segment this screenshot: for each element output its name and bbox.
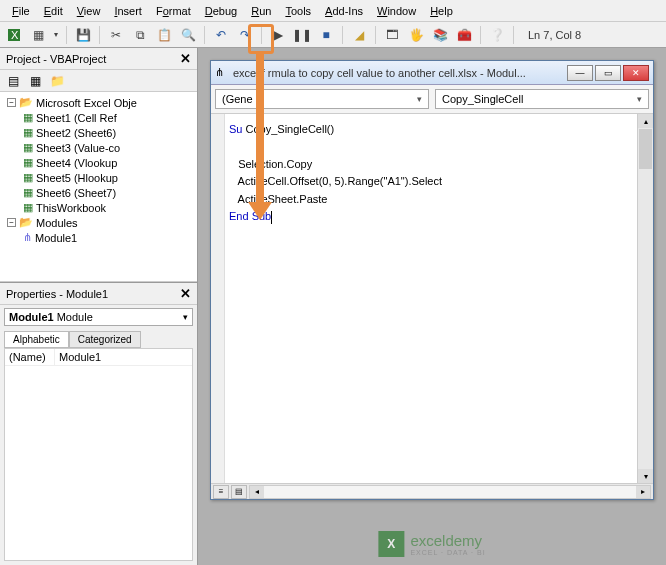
object-browser-icon[interactable]: 📚 xyxy=(430,25,450,45)
procedure-view-icon[interactable]: ≡ xyxy=(213,485,229,499)
insert-module-icon[interactable]: ▦ xyxy=(28,25,48,45)
break-icon[interactable]: ❚❚ xyxy=(292,25,312,45)
tab-alphabetic[interactable]: Alphabetic xyxy=(4,331,69,348)
view-excel-icon[interactable]: X xyxy=(4,25,24,45)
close-icon[interactable]: ✕ xyxy=(180,51,191,66)
svg-text:X: X xyxy=(11,29,19,41)
project-explorer-icon[interactable]: 🗔 xyxy=(382,25,402,45)
toggle-folders-icon[interactable]: 📁 xyxy=(48,72,66,90)
project-pane-title: Project - VBAProject ✕ xyxy=(0,48,197,70)
menu-format[interactable]: Format xyxy=(150,2,197,20)
code-margin xyxy=(211,114,225,483)
undo-icon[interactable]: ↶ xyxy=(211,25,231,45)
scroll-up-icon[interactable]: ▴ xyxy=(638,114,653,128)
cursor-position: Ln 7, Col 8 xyxy=(524,29,585,41)
menu-file[interactable]: File xyxy=(6,2,36,20)
maximize-button[interactable]: ▭ xyxy=(595,65,621,81)
scroll-thumb[interactable] xyxy=(639,129,652,169)
tree-sheet[interactable]: ▦Sheet4 (Vlookup xyxy=(3,155,194,170)
full-module-view-icon[interactable]: ▤ xyxy=(231,485,247,499)
code-window: ⋔ excel f rmula to copy cell value to an… xyxy=(210,60,654,500)
tree-module[interactable]: ⋔Module1 xyxy=(3,230,194,245)
text-cursor xyxy=(271,211,272,224)
redo-icon[interactable]: ↷ xyxy=(235,25,255,45)
menu-view[interactable]: View xyxy=(71,2,107,20)
find-icon[interactable]: 🔍 xyxy=(178,25,198,45)
properties-pane-title: Properties - Module1 ✕ xyxy=(0,282,197,305)
code-window-title: excel f rmula to copy cell value to anot… xyxy=(233,67,563,79)
menu-tools[interactable]: Tools xyxy=(279,2,317,20)
reset-icon[interactable]: ■ xyxy=(316,25,336,45)
code-window-titlebar[interactable]: ⋔ excel f rmula to copy cell value to an… xyxy=(211,61,653,85)
tree-folder-modules[interactable]: −📂Modules xyxy=(3,215,194,230)
watermark: X exceldemy EXCEL · DATA · BI xyxy=(378,531,485,557)
close-button[interactable]: ✕ xyxy=(623,65,649,81)
menu-bar: File Edit View Insert Format Debug Run T… xyxy=(0,0,666,22)
tab-categorized[interactable]: Categorized xyxy=(69,331,141,348)
object-combo[interactable]: (Gene ▾ xyxy=(215,89,429,109)
project-toolbar: ▤ ▦ 📁 xyxy=(0,70,197,92)
tree-sheet[interactable]: ▦Sheet5 (Hlookup xyxy=(3,170,194,185)
chevron-down-icon: ▾ xyxy=(183,312,188,322)
dropdown-icon[interactable]: ▾ xyxy=(52,25,60,45)
scroll-left-icon[interactable]: ◂ xyxy=(250,486,264,498)
menu-addins[interactable]: Add-Ins xyxy=(319,2,369,20)
help-icon[interactable]: ❔ xyxy=(487,25,507,45)
view-code-icon[interactable]: ▤ xyxy=(4,72,22,90)
copy-icon[interactable]: ⧉ xyxy=(130,25,150,45)
vertical-scrollbar[interactable]: ▴ ▾ xyxy=(637,114,653,483)
view-object-icon[interactable]: ▦ xyxy=(26,72,44,90)
properties-object-combo[interactable]: Module1 Module ▾ xyxy=(4,308,193,326)
menu-run[interactable]: Run xyxy=(245,2,277,20)
minimize-button[interactable]: — xyxy=(567,65,593,81)
tree-thisworkbook[interactable]: ▦ThisWorkbook xyxy=(3,200,194,215)
tree-sheet[interactable]: ▦Sheet1 (Cell Ref xyxy=(3,110,194,125)
menu-help[interactable]: Help xyxy=(424,2,459,20)
tree-sheet[interactable]: ▦Sheet6 (Sheet7) xyxy=(3,185,194,200)
property-row[interactable]: (Name) Module1 xyxy=(5,349,192,366)
close-icon[interactable]: ✕ xyxy=(180,286,191,301)
tree-sheet[interactable]: ▦Sheet2 (Sheet6) xyxy=(3,125,194,140)
paste-icon[interactable]: 📋 xyxy=(154,25,174,45)
properties-icon[interactable]: 🖐 xyxy=(406,25,426,45)
menu-insert[interactable]: Insert xyxy=(108,2,148,20)
chevron-down-icon: ▾ xyxy=(637,94,642,104)
run-icon[interactable]: ▶ xyxy=(268,25,288,45)
chevron-down-icon: ▾ xyxy=(417,94,422,104)
project-tree[interactable]: −📂Microsoft Excel Obje ▦Sheet1 (Cell Ref… xyxy=(0,92,197,282)
menu-window[interactable]: Window xyxy=(371,2,422,20)
logo-icon: X xyxy=(378,531,404,557)
save-icon[interactable]: 💾 xyxy=(73,25,93,45)
scroll-right-icon[interactable]: ▸ xyxy=(636,486,650,498)
design-mode-icon[interactable]: ◢ xyxy=(349,25,369,45)
module-icon: ⋔ xyxy=(215,66,229,80)
toolbar: X ▦ ▾ 💾 ✂ ⧉ 📋 🔍 ↶ ↷ ▶ ❚❚ ■ ◢ 🗔 🖐 📚 🧰 ❔ L… xyxy=(0,22,666,48)
toolbox-icon[interactable]: 🧰 xyxy=(454,25,474,45)
menu-edit[interactable]: Edit xyxy=(38,2,69,20)
cut-icon[interactable]: ✂ xyxy=(106,25,126,45)
tree-sheet[interactable]: ▦Sheet3 (Value-co xyxy=(3,140,194,155)
horizontal-scrollbar[interactable]: ≡ ▤ ◂ ▸ xyxy=(211,483,653,499)
code-editor[interactable]: Su Copy_SingleCell() Selection.Copy Acti… xyxy=(225,114,637,483)
tree-folder-excel-objects[interactable]: −📂Microsoft Excel Obje xyxy=(3,95,194,110)
menu-debug[interactable]: Debug xyxy=(199,2,243,20)
properties-grid[interactable]: (Name) Module1 xyxy=(4,348,193,561)
procedure-combo[interactable]: Copy_SingleCell ▾ xyxy=(435,89,649,109)
scroll-down-icon[interactable]: ▾ xyxy=(638,469,653,483)
